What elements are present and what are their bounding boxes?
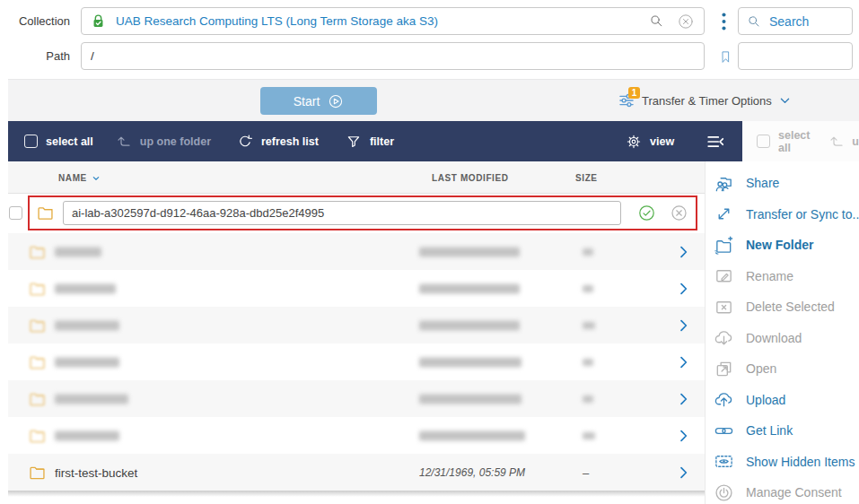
options-count-badge: 1 xyxy=(628,87,640,99)
file-row-redacted[interactable] xyxy=(8,233,705,270)
file-row-redacted[interactable] xyxy=(8,343,705,380)
globus-file-manager: Collection UAB Research Computing LTS (L… xyxy=(0,0,859,504)
bookmark-icon[interactable] xyxy=(719,45,732,69)
select-all-label[interactable]: select all xyxy=(46,135,93,148)
folder-icon xyxy=(28,279,47,298)
open-icon xyxy=(714,359,734,379)
collection-value[interactable]: UAB Research Computing LTS (Long Term St… xyxy=(116,14,438,28)
chevron-right-icon[interactable] xyxy=(676,317,691,333)
show-hidden-icon xyxy=(714,451,734,472)
new-folder-row xyxy=(8,194,705,233)
name-header-label: NAME xyxy=(58,173,87,183)
menu-item-delete-selected: Delete Selected xyxy=(706,291,859,323)
menu-item-transfer-or-sync-to[interactable]: Transfer or Sync to... xyxy=(706,199,859,230)
sort-chevron-icon xyxy=(92,174,101,183)
redacted-modified xyxy=(419,320,520,330)
start-button[interactable]: Start xyxy=(260,87,377,115)
new-folder-icon xyxy=(714,235,734,256)
menu-item-get-link[interactable]: Get Link xyxy=(706,415,859,447)
collection-field[interactable]: UAB Research Computing LTS (Long Term St… xyxy=(81,7,705,35)
folder-icon xyxy=(28,426,47,445)
clear-collection-icon[interactable] xyxy=(677,13,695,30)
delete-icon xyxy=(714,297,734,317)
redacted-name xyxy=(55,320,119,330)
path-input[interactable] xyxy=(81,42,705,70)
file-name[interactable]: first-test-bucket xyxy=(55,465,137,479)
search-input[interactable] xyxy=(769,14,843,29)
chevron-right-icon[interactable] xyxy=(676,465,691,480)
share-icon xyxy=(714,173,734,194)
up-one-folder-icon xyxy=(116,134,132,150)
redacted-name xyxy=(55,283,116,293)
right-collection-field[interactable] xyxy=(738,7,853,35)
menu-item-manage-consent: Manage Consent xyxy=(706,477,859,504)
list-bottom-shadow xyxy=(8,491,705,497)
right-up-one-folder-icon xyxy=(828,134,845,150)
chevron-right-icon[interactable] xyxy=(676,391,691,406)
file-row[interactable]: first-test-bucket 12/31/1969, 05:59 PM – xyxy=(8,454,705,491)
redacted-size xyxy=(583,395,593,403)
redacted-name xyxy=(55,430,119,440)
chevron-right-icon[interactable] xyxy=(676,354,691,369)
redacted-name xyxy=(55,394,128,404)
menu-item-new-folder[interactable]: New Folder xyxy=(706,230,859,261)
menu-item-share[interactable]: Share xyxy=(706,168,859,199)
redacted-modified xyxy=(419,357,522,367)
new-folder-name-input[interactable] xyxy=(63,201,621,225)
redacted-size xyxy=(583,432,595,439)
refresh-list-label: refresh list xyxy=(261,135,319,148)
folder-icon xyxy=(28,242,47,261)
menu-item-upload[interactable]: Upload xyxy=(706,385,859,416)
file-row-redacted[interactable] xyxy=(8,307,705,343)
menu-item-show-hidden-items[interactable]: Show Hidden Items xyxy=(706,447,859,478)
view-label: view xyxy=(650,135,674,148)
kebab-menu-icon[interactable] xyxy=(718,10,730,33)
column-header-modified[interactable]: LAST MODIFIED xyxy=(432,173,509,183)
play-circle-icon xyxy=(328,93,344,109)
transfer-timer-options-button[interactable]: 1 Transfer & Timer Options xyxy=(618,91,792,109)
menu-item-download: Download xyxy=(706,323,859,354)
redacted-name xyxy=(55,247,101,256)
redacted-size xyxy=(583,248,593,256)
collapse-panel-icon[interactable] xyxy=(706,132,725,152)
file-size: – xyxy=(583,465,589,479)
new-folder-edit-box xyxy=(28,196,697,230)
folder-icon xyxy=(28,389,47,408)
right-path-input[interactable] xyxy=(738,42,853,70)
file-row-redacted[interactable] xyxy=(8,270,705,307)
transfer-options-label: Transfer & Timer Options xyxy=(642,94,772,108)
redacted-name xyxy=(55,357,119,367)
refresh-list-button[interactable]: refresh list xyxy=(237,134,319,150)
folder-icon xyxy=(36,204,55,222)
redacted-modified xyxy=(419,283,520,293)
row-checkbox[interactable] xyxy=(9,206,22,220)
cancel-x-icon[interactable] xyxy=(670,204,688,222)
menu-item-rename: Rename xyxy=(706,261,859,292)
chevron-right-icon[interactable] xyxy=(676,428,691,443)
redacted-modified xyxy=(419,430,525,440)
column-header-size[interactable]: SIZE xyxy=(575,173,598,183)
lock-check-icon xyxy=(91,13,106,29)
view-button[interactable]: view xyxy=(626,134,674,150)
upload-icon xyxy=(714,389,734,410)
rename-icon xyxy=(714,265,734,286)
collection-search-icon[interactable] xyxy=(649,13,664,29)
table-header: NAME LAST MODIFIED SIZE xyxy=(8,161,705,194)
filter-button[interactable]: filter xyxy=(346,134,394,150)
list-toolbar: select all up one folder refresh list fi… xyxy=(8,121,742,161)
file-row-redacted[interactable] xyxy=(8,380,705,417)
file-list: NAME LAST MODIFIED SIZE xyxy=(8,161,705,500)
manage-consent-icon xyxy=(714,482,734,503)
file-row-redacted[interactable] xyxy=(8,417,705,454)
gear-icon xyxy=(626,134,642,150)
folder-icon xyxy=(28,463,47,482)
file-modified: 12/31/1969, 05:59 PM xyxy=(419,466,525,479)
redacted-size xyxy=(583,285,593,292)
confirm-check-icon[interactable] xyxy=(637,204,656,222)
chevron-right-icon[interactable] xyxy=(676,281,691,296)
redacted-modified xyxy=(419,394,522,404)
column-header-name[interactable]: NAME xyxy=(58,173,101,183)
up-one-folder-label: up one folder xyxy=(140,135,211,148)
chevron-right-icon[interactable] xyxy=(676,244,691,259)
select-all-checkbox[interactable] xyxy=(24,135,38,148)
